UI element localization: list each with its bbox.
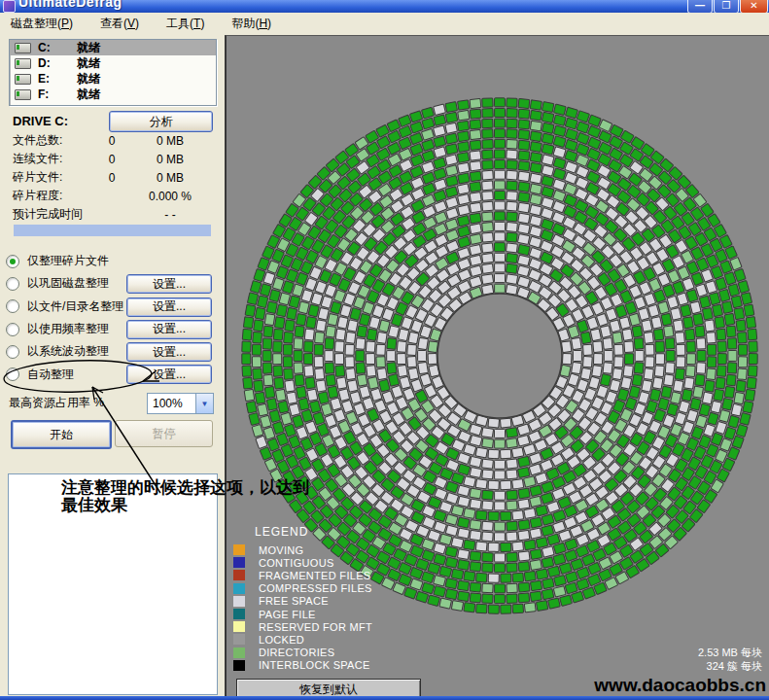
cluster-size-text: 324 簇 每块 [698, 659, 762, 673]
legend-title: LEGEND [255, 525, 372, 539]
legend-label: FRAGMENTED FILES [259, 570, 370, 581]
legend-label: INTERBLOCK SPACE [259, 659, 370, 671]
annotation-line1: 注意整理的时候选择这项，以达到 [61, 479, 382, 497]
disk-map[interactable] [0, 0, 769, 700]
legend-label: FREE SPACE [259, 595, 329, 607]
annotation-note: 注意整理的时候选择这项，以达到 最佳效果 [61, 479, 382, 514]
legend-swatch [233, 621, 245, 632]
legend-swatch [233, 660, 245, 671]
legend-label: RESERVED FOR MFT [259, 621, 372, 633]
legend-label: CONTIGUOUS [259, 557, 334, 569]
legend: LEGEND MOVING CONTIGUOUS FRAGMENTED FILE… [233, 525, 372, 672]
legend-swatch [233, 596, 245, 607]
legend-label: MOVING [259, 544, 303, 556]
legend-row: DIRECTORIES [233, 647, 372, 659]
app-window: UltimateDefrag — ❐ ✕ 磁盘整理(P) 查看(V) 工具(T)… [0, 0, 769, 700]
legend-label: PAGE FILE [259, 609, 316, 620]
legend-swatch [233, 609, 245, 619]
watermark-text: www.daocaobbs.cn [594, 675, 766, 696]
window-bottom-border [0, 696, 769, 700]
legend-row: PAGE FILE [233, 608, 372, 620]
legend-row: RESERVED FOR MFT [233, 620, 372, 633]
annotation-line2: 最佳效果 [61, 497, 382, 514]
legend-swatch [233, 557, 245, 568]
block-info: 2.53 MB 每块 324 簇 每块 [698, 646, 762, 673]
legend-swatch [233, 648, 245, 658]
legend-swatch [233, 544, 245, 555]
legend-row: COMPRESSED FILES [233, 582, 372, 595]
legend-row: FREE SPACE [233, 595, 372, 608]
legend-row: FRAGMENTED FILES [233, 569, 372, 581]
legend-label: LOCKED [259, 634, 304, 646]
legend-row: LOCKED [233, 633, 372, 646]
legend-swatch [233, 570, 245, 580]
legend-row: CONTIGUOUS [233, 556, 372, 569]
legend-row: INTERBLOCK SPACE [233, 659, 372, 672]
block-size-text: 2.53 MB 每块 [698, 646, 762, 659]
legend-swatch [233, 583, 245, 594]
legend-label: DIRECTORIES [259, 647, 334, 658]
legend-row: MOVING [233, 543, 372, 556]
legend-label: COMPRESSED FILES [259, 582, 372, 594]
legend-swatch [233, 634, 245, 645]
